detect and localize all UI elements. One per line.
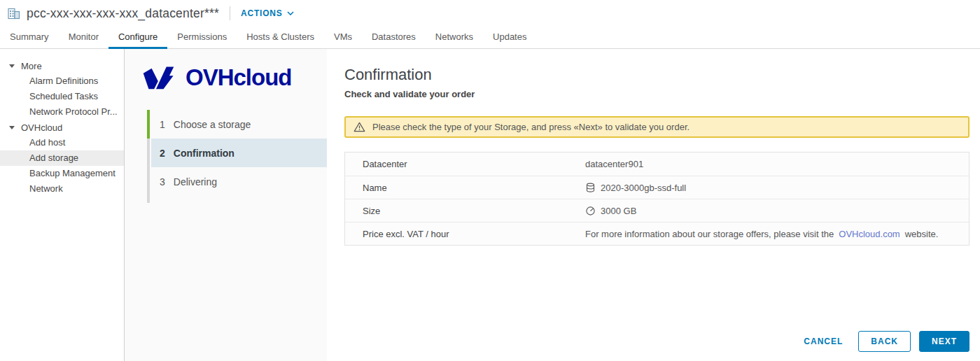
order-summary-table: Datacenter datacenter901 Name 2020-3000g… xyxy=(344,152,969,246)
step-label: Choose a storage xyxy=(174,119,251,130)
step-label: Confirmation xyxy=(174,148,234,159)
page-title: pcc-xxx-xxx-xxx-xxx_datacenter*** xyxy=(27,6,219,21)
step-label: Delivering xyxy=(174,176,217,187)
sidebar-item-add-storage[interactable]: Add storage xyxy=(0,150,124,166)
row-value: datacenter901 xyxy=(585,159,643,169)
header-divider xyxy=(230,6,230,20)
step-progress-rail-done xyxy=(147,110,150,139)
tab-networks[interactable]: Networks xyxy=(426,27,483,49)
wizard-step-delivering[interactable]: 3 Delivering xyxy=(151,167,327,196)
step-title: Confirmation xyxy=(344,66,969,84)
warning-banner: Please check the type of your Storage, a… xyxy=(344,116,969,138)
sidebar-item-scheduled-tasks[interactable]: Scheduled Tasks xyxy=(0,89,124,104)
capacity-icon xyxy=(585,206,596,216)
sidebar-group-ovhcloud[interactable]: OVHcloud xyxy=(0,120,124,135)
tab-datastores[interactable]: Datastores xyxy=(362,27,426,49)
datastore-icon xyxy=(585,183,596,193)
sidebar-item-alarm-definitions[interactable]: Alarm Definitions xyxy=(0,73,124,89)
wizard-steps: 1 Choose a storage 2 Confirmation 3 Deli… xyxy=(125,110,327,196)
tab-bar: Summary Monitor Configure Permissions Ho… xyxy=(0,27,980,49)
sidebar-item-backup-management[interactable]: Backup Management xyxy=(0,166,124,181)
cancel-button[interactable]: CANCEL xyxy=(797,331,850,352)
tab-hosts-clusters[interactable]: Hosts & Clusters xyxy=(237,27,324,49)
caret-down-icon xyxy=(9,64,15,68)
tab-updates[interactable]: Updates xyxy=(483,27,536,49)
app-window: pcc-xxx-xxx-xxx-xxx_datacenter*** ACTION… xyxy=(0,0,980,361)
actions-button[interactable]: ACTIONS xyxy=(241,8,294,18)
chevron-down-icon xyxy=(287,11,294,15)
row-value: 3000 GB xyxy=(601,206,636,216)
wizard-step-confirmation[interactable]: 2 Confirmation xyxy=(151,139,327,167)
tab-vms[interactable]: VMs xyxy=(324,27,362,49)
ovhcloud-logo: OVHcloud xyxy=(143,64,327,91)
warning-text: Please check the type of your Storage, a… xyxy=(372,122,690,132)
wizard-panel: OVHcloud 1 Choose a storage 2 Confirmati… xyxy=(125,49,327,361)
actions-label: ACTIONS xyxy=(241,8,283,18)
configure-sidebar: More Alarm Definitions Scheduled Tasks N… xyxy=(0,49,125,361)
sidebar-group-label: More xyxy=(21,61,42,71)
step-progress-rail xyxy=(147,139,150,203)
table-row-name: Name 2020-3000gb-ssd-full xyxy=(345,176,969,199)
ovhcloud-logo-text: OVHcloud xyxy=(186,64,292,91)
wizard-footer: CANCEL BACK NEXT xyxy=(797,331,969,352)
sidebar-group-label: OVHcloud xyxy=(21,122,62,133)
step-number: 2 xyxy=(160,148,165,159)
sidebar-item-network-protocol[interactable]: Network Protocol Pr... xyxy=(0,104,124,120)
warning-icon xyxy=(354,122,365,132)
content-area: More Alarm Definitions Scheduled Tasks N… xyxy=(0,49,980,361)
row-value: 2020-3000gb-ssd-full xyxy=(601,183,686,193)
row-label: Price excl. VAT / hour xyxy=(345,229,585,239)
tab-summary[interactable]: Summary xyxy=(0,27,59,49)
tab-monitor[interactable]: Monitor xyxy=(59,27,108,49)
wizard-step-choose-storage[interactable]: 1 Choose a storage xyxy=(151,110,327,139)
step-number: 3 xyxy=(160,176,165,187)
ovhcloud-link[interactable]: OVHcloud.com xyxy=(839,229,899,239)
row-label: Size xyxy=(345,206,585,216)
object-header: pcc-xxx-xxx-xxx-xxx_datacenter*** ACTION… xyxy=(0,0,980,27)
next-button[interactable]: NEXT xyxy=(919,331,969,352)
table-row-datacenter: Datacenter datacenter901 xyxy=(345,153,969,176)
sidebar-item-network[interactable]: Network xyxy=(0,181,124,197)
caret-down-icon xyxy=(9,126,15,129)
row-value-suffix: website. xyxy=(905,229,939,239)
row-value-prefix: For more information about our storage o… xyxy=(585,229,834,239)
sidebar-item-add-host[interactable]: Add host xyxy=(0,135,124,150)
table-row-size: Size 3000 GB xyxy=(345,199,969,222)
step-subtitle: Check and validate your order xyxy=(344,89,969,99)
step-number: 1 xyxy=(160,119,165,130)
row-label: Name xyxy=(345,183,585,193)
back-button[interactable]: BACK xyxy=(858,331,911,352)
tab-configure[interactable]: Configure xyxy=(108,27,167,49)
row-label: Datacenter xyxy=(345,159,585,169)
datacenter-icon xyxy=(7,7,21,20)
sidebar-group-more[interactable]: More xyxy=(0,58,124,73)
table-row-price: Price excl. VAT / hour For more informat… xyxy=(345,222,969,245)
wizard-main: Confirmation Check and validate your ord… xyxy=(327,49,980,361)
tab-permissions[interactable]: Permissions xyxy=(167,27,237,49)
ovhcloud-logo-icon xyxy=(143,64,179,91)
